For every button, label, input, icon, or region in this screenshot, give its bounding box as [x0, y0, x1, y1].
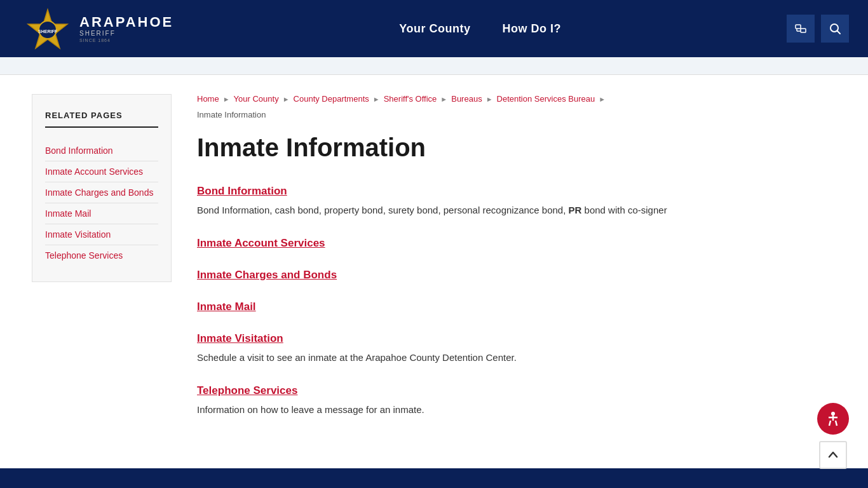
sheriff-badge-logo: SHERIFF [19, 6, 76, 51]
content-wrapper: Related Pages Bond Information Inmate Ac… [0, 75, 868, 456]
breadcrumb-sep-4: ► [440, 95, 447, 103]
sidebar-link-visitation[interactable]: Inmate Visitation [45, 224, 158, 245]
accessibility-button[interactable] [817, 403, 849, 435]
sidebar-heading: Related Pages [45, 111, 158, 128]
section-title-visitation[interactable]: Inmate Visitation [197, 332, 836, 345]
breadcrumb-detention[interactable]: Detention Services Bureau [497, 94, 595, 104]
breadcrumb-bureaus[interactable]: Bureaus [451, 94, 482, 104]
svg-text:SHERIFF: SHERIFF [38, 29, 58, 34]
svg-line-15 [836, 421, 837, 426]
search-icon [829, 22, 841, 35]
sidebar-link-account[interactable]: Inmate Account Services [45, 161, 158, 182]
section-title-mail[interactable]: Inmate Mail [197, 301, 836, 313]
pr-highlight: PR [569, 205, 582, 215]
section-desc-telephone: Information on how to leave a message fo… [197, 402, 836, 417]
sidebar-link-mail[interactable]: Inmate Mail [45, 203, 158, 224]
svg-point-11 [831, 412, 835, 416]
page-title: Inmate Information [197, 132, 836, 163]
section-title-charges[interactable]: Inmate Charges and Bonds [197, 269, 836, 281]
svg-rect-3 [796, 25, 801, 29]
nav-your-county[interactable]: Your County [399, 22, 470, 36]
breadcrumb-home[interactable]: Home [197, 94, 219, 104]
section-telephone: Telephone Services Information on how to… [197, 384, 836, 417]
section-title-account[interactable]: Inmate Account Services [197, 237, 836, 250]
svg-line-14 [829, 421, 831, 426]
breadcrumb-county-depts[interactable]: County Departments [294, 94, 369, 104]
translate-button[interactable] [787, 15, 815, 43]
site-header: SHERIFF ARAPAHOE SHERIFF SINCE 1864 Your… [0, 0, 868, 57]
svg-rect-4 [801, 29, 806, 32]
breadcrumb-sep-6: ► [599, 95, 606, 103]
breadcrumb-current: Inmate Information [197, 110, 836, 119]
svg-line-8 [837, 31, 841, 34]
translate-icon [794, 22, 807, 35]
breadcrumb-sep-2: ► [283, 95, 290, 103]
logo-area: SHERIFF ARAPAHOE SHERIFF SINCE 1864 [19, 6, 173, 51]
section-charges-bonds: Inmate Charges and Bonds [197, 269, 836, 281]
header-actions [787, 15, 849, 43]
section-title-bond[interactable]: Bond Information [197, 185, 836, 198]
breadcrumb-sep-5: ► [486, 95, 493, 103]
breadcrumb-sheriffs-office[interactable]: Sheriff's Office [384, 94, 437, 104]
site-footer: 5334 S. Prince Street, Littleton, CO 801… [0, 468, 868, 488]
fab-container [817, 403, 849, 469]
sidebar-link-bond[interactable]: Bond Information [45, 140, 158, 161]
breadcrumb-your-county[interactable]: Your County [234, 94, 279, 104]
sidebar-link-telephone[interactable]: Telephone Services [45, 245, 158, 266]
section-bond-information: Bond Information Bond Information, cash … [197, 185, 836, 218]
main-content: Home ► Your County ► County Departments … [197, 94, 836, 437]
nav-how-do-i[interactable]: How Do I? [502, 22, 561, 36]
main-nav: Your County How Do I? [173, 22, 787, 36]
section-inmate-visitation: Inmate Visitation Schedule a visit to se… [197, 332, 836, 365]
section-desc-visitation: Schedule a visit to see an inmate at the… [197, 350, 836, 365]
breadcrumb: Home ► Your County ► County Departments … [197, 94, 836, 104]
section-inmate-mail: Inmate Mail [197, 301, 836, 313]
search-button[interactable] [821, 15, 849, 43]
breadcrumb-sep-1: ► [223, 95, 230, 103]
section-desc-bond: Bond Information, cash bond, property bo… [197, 203, 836, 218]
breadcrumb-sep-3: ► [373, 95, 380, 103]
sidebar-link-charges[interactable]: Inmate Charges and Bonds [45, 182, 158, 203]
section-account-services: Inmate Account Services [197, 237, 836, 250]
scroll-top-button[interactable] [819, 441, 847, 469]
section-title-telephone[interactable]: Telephone Services [197, 384, 836, 397]
sidebar: Related Pages Bond Information Inmate Ac… [32, 94, 172, 282]
arrow-up-icon [827, 449, 839, 461]
accessibility-icon [825, 410, 841, 427]
breadcrumb-bar [0, 57, 868, 75]
